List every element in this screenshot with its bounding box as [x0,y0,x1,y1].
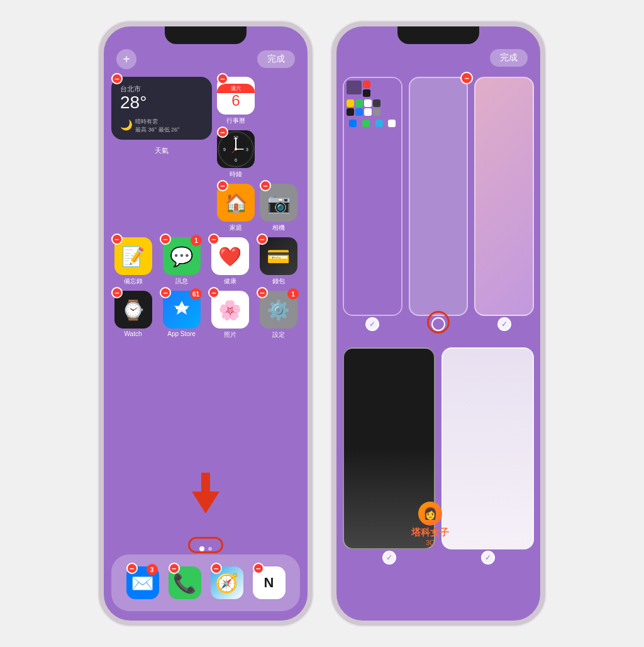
weather-desc: 晴時有雲 最高 36° 最低 26° [135,118,180,134]
red-circle-highlight [427,311,450,334]
wallpaper-1-check: ✓ [365,317,379,331]
wallpaper-5-wrapper: ✓ [441,347,534,549]
thumb-row-1 [347,81,399,97]
clock-minus[interactable]: − [217,127,228,138]
right-widgets: − 週六 6 行事曆 − [217,77,255,179]
wallpaper-2-thumb[interactable] [409,77,469,316]
thumb-icon-3 [347,99,354,107]
top-section: − 台北市 28° 🌙 晴時有雲 最高 36° 最低 26° [111,77,300,179]
watermark-name: 塔科女子 [411,527,449,539]
arrow-down [192,492,219,514]
settings-minus[interactable]: − [257,287,268,298]
apps-row3: − ⌚ Watch − 61 [111,291,300,339]
weather-label: 天氣 [111,146,212,155]
thumb-icon-2 [363,89,370,97]
thumb-dock-3 [375,120,383,127]
thumb-icon-5 [364,99,372,107]
phone-minus[interactable]: − [169,563,180,574]
messages-wrapper: − 1 💬 訊息 [160,237,203,286]
dock: − 3 ✉️ − 📞 − 🧭 − N [111,554,300,611]
calendar-minus[interactable]: − [217,73,228,84]
watch-minus[interactable]: − [111,287,123,298]
left-phone-frame: + 完成 − 台北市 28° 🌙 [99,21,313,626]
wallpaper-3-thumb[interactable] [474,77,534,316]
thumb-row-3 [347,108,399,116]
wallpaper-3-wrapper: ✓ [474,77,534,316]
wallpaper-5-thumb[interactable] [441,347,534,549]
messages-minus[interactable]: − [160,233,171,245]
wallet-label: 錢包 [272,277,285,286]
thumb-icon-4 [355,99,363,107]
health-minus[interactable]: − [208,233,219,245]
right-top-bar: 完成 [336,49,540,67]
right-done-button[interactable]: 完成 [490,49,528,67]
appstore-svg [170,298,193,321]
messages-badge: 1 [191,235,202,246]
red-oval-highlight [188,537,223,553]
wallet-wrapper: − 💳 錢包 [257,237,300,286]
health-wrapper: − ❤️ 健康 [208,237,252,286]
thumb-dock-1 [349,120,357,127]
weather-widget: 台北市 28° 🌙 晴時有雲 最高 36° 最低 26° [111,77,212,140]
mail-dock-wrapper: − 3 ✉️ [126,566,159,599]
done-button[interactable]: 完成 [257,50,295,68]
svg-point-9 [235,148,237,150]
wallpaper-5-check: ✓ [481,551,495,565]
red-arrow [192,473,219,514]
home-app-label: 家庭 [230,223,242,232]
wallpaper-4-check: ✓ [382,551,396,565]
camera-minus[interactable]: − [260,180,271,191]
wallpaper-1-wrapper: ✓ [343,77,402,316]
wallpaper-2-wrapper: − [409,77,469,316]
safari-minus[interactable]: − [211,563,222,574]
left-phone-screen: + 完成 − 台北市 28° 🌙 [104,26,308,621]
camera-app-wrapper: − 📷 相機 [260,184,297,232]
home-minus[interactable]: − [217,180,228,191]
clock-wrapper: − 12 3 6 9 [217,130,255,179]
wallpaper-1-preview [344,78,401,315]
settings-wrapper: − 1 ⚙️ 設定 [257,291,300,339]
appstore-badge: 61 [190,288,202,300]
top-bar: + 完成 [104,49,308,69]
mail-badge: 3 [147,564,158,575]
photos-minus[interactable]: − [208,287,219,298]
weather-temp: 28° [120,94,203,111]
notion-dock-wrapper: − N [253,566,286,599]
phone-dock-wrapper: − 📞 [169,566,201,599]
calendar-label: 行事曆 [217,116,255,125]
notion-minus[interactable]: − [253,563,264,574]
thumb-small-icons [363,81,370,97]
wallet-minus[interactable]: − [257,233,268,245]
thumb-icon-6 [373,99,380,107]
thumb-dock-2 [362,120,370,127]
apps-row1: − 🏠 家庭 − 📷 相機 [217,184,300,232]
camera-app-label: 相機 [272,223,285,232]
wallpaper-top-row: ✓ − ✓ [343,77,534,316]
appstore-minus[interactable]: − [160,287,171,298]
settings-badge: 1 [287,288,299,300]
notch [165,26,247,44]
apps-row2: − 📝 備忘錄 − 1 💬 訊息 − ❤️ 健康 [111,237,300,286]
appstore-label: App Store [167,330,195,337]
notes-label: 備忘錄 [124,277,143,286]
watermark-avatar: 👩 [418,502,442,526]
weather-widget-wrapper: − 台北市 28° 🌙 晴時有雲 最高 36° 最低 26° [111,77,212,155]
add-button[interactable]: + [116,49,136,69]
health-label: 健康 [224,277,236,286]
svg-text:3: 3 [246,147,248,152]
thumb-dock-4 [388,120,396,127]
thumb-icon-9 [364,108,372,116]
arrow-shaft [201,473,210,492]
wallpaper-1-thumb[interactable] [343,77,402,316]
mail-minus[interactable]: − [126,563,138,574]
watch-label: Watch [125,330,142,337]
thumb-spacer [347,117,399,118]
notes-minus[interactable]: − [111,233,123,245]
calendar-day: 6 [231,93,240,108]
right-notch [397,26,479,44]
watermark-sub: 3C [426,539,435,546]
wallpaper-2-minus[interactable]: − [460,72,473,84]
weather-minus-badge[interactable]: − [111,73,123,84]
svg-text:6: 6 [235,158,237,162]
svg-text:9: 9 [223,147,226,152]
